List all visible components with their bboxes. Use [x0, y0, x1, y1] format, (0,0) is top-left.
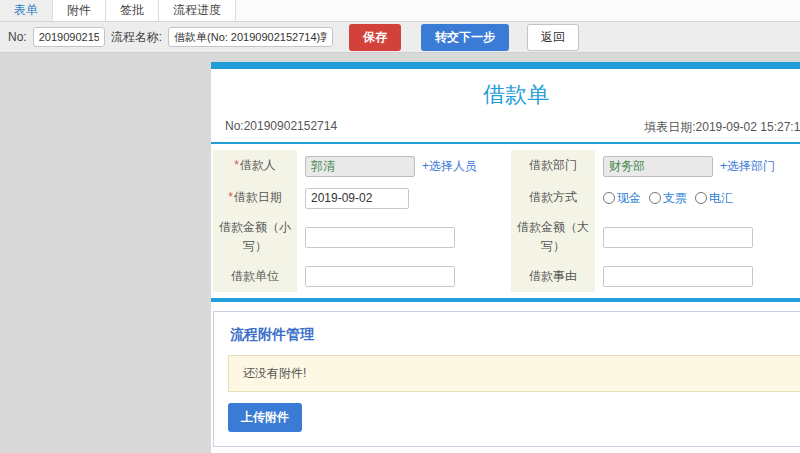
action-toolbar: No: 流程名称: 保存 转交下一步 返回: [0, 22, 800, 53]
view-tabbar: 表单 附件 签批 流程进度: [0, 0, 800, 22]
radio-cash[interactable]: 现金: [603, 190, 641, 207]
department-label: 借款部门: [511, 150, 595, 182]
attachments-panel: 流程附件管理 还没有附件! 上传附件: [213, 311, 800, 447]
no-label: No:: [8, 30, 27, 44]
form-no-text: No:20190902152714: [225, 119, 337, 136]
required-mark: *: [228, 188, 233, 207]
amount-lowercase-label: 借款金额（小写）: [213, 214, 297, 260]
upload-attachment-button[interactable]: 上传附件: [228, 403, 302, 432]
no-attachments-alert: 还没有附件!: [228, 355, 800, 392]
tab-approval[interactable]: 签批: [106, 0, 159, 21]
radio-cash-input[interactable]: [603, 192, 615, 204]
form-accent-bar-top: [211, 62, 800, 69]
forward-next-step-button[interactable]: 转交下一步: [421, 24, 509, 51]
form-fill-date-text: 填表日期:2019-09-02 15:27:14: [644, 119, 800, 136]
save-button[interactable]: 保存: [349, 24, 401, 51]
back-button[interactable]: 返回: [527, 24, 579, 51]
radio-wire-transfer[interactable]: 电汇: [695, 190, 733, 207]
tab-process-progress[interactable]: 流程进度: [159, 0, 236, 21]
loan-reason-input[interactable]: [603, 266, 753, 287]
form-title: 借款单: [211, 69, 800, 117]
loan-method-radio-group: 现金 支票 电汇: [603, 190, 733, 207]
amount-lowercase-input[interactable]: [305, 227, 455, 248]
loan-unit-label: 借款单位: [213, 260, 297, 292]
form-fields-grid: * 借款人 +选择人员 借款部门 +选择部门 * 借款日期 借款方式: [213, 150, 800, 292]
radio-wire-transfer-input[interactable]: [695, 192, 707, 204]
loan-reason-label: 借款事由: [511, 260, 595, 292]
select-person-link[interactable]: +选择人员: [422, 158, 477, 175]
radio-cheque-input[interactable]: [649, 192, 661, 204]
form-meta-row: No:20190902152714 填表日期:2019-09-02 15:27:…: [211, 117, 800, 144]
loan-form-page: 借款单 No:20190902152714 填表日期:2019-09-02 15…: [211, 62, 800, 453]
loan-method-label: 借款方式: [511, 182, 595, 214]
borrower-label: * 借款人: [213, 150, 297, 182]
loan-unit-input[interactable]: [305, 266, 455, 287]
form-accent-bar-bottom: [211, 298, 800, 302]
select-department-link[interactable]: +选择部门: [720, 158, 775, 175]
amount-uppercase-label: 借款金额（大写）: [511, 214, 595, 260]
attachments-panel-title: 流程附件管理: [228, 321, 800, 353]
process-name-label: 流程名称:: [111, 29, 162, 46]
borrower-input[interactable]: [305, 156, 415, 177]
department-input[interactable]: [603, 156, 713, 177]
tab-form[interactable]: 表单: [0, 0, 53, 21]
required-mark: *: [234, 156, 239, 175]
radio-cheque[interactable]: 支票: [649, 190, 687, 207]
loan-date-label: * 借款日期: [213, 182, 297, 214]
amount-uppercase-input[interactable]: [603, 227, 753, 248]
process-name-input[interactable]: [168, 27, 333, 47]
tab-attachments[interactable]: 附件: [53, 0, 106, 21]
no-input[interactable]: [33, 27, 105, 47]
loan-date-input[interactable]: [305, 188, 409, 209]
